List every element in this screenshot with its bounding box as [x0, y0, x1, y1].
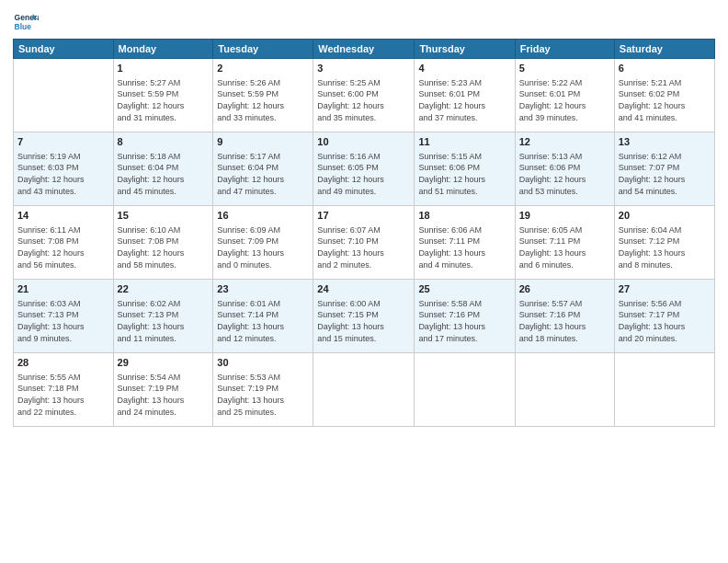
day-number: 4: [418, 62, 510, 75]
day-info: Sunrise: 6:00 AM Sunset: 7:15 PM Dayligh…: [317, 298, 410, 344]
day-info: Sunrise: 5:56 AM Sunset: 7:17 PM Dayligh…: [619, 298, 711, 344]
day-info: Sunrise: 6:04 AM Sunset: 7:12 PM Dayligh…: [619, 224, 711, 270]
day-info: Sunrise: 6:05 AM Sunset: 7:11 PM Dayligh…: [519, 224, 610, 270]
day-info: Sunrise: 5:16 AM Sunset: 6:05 PM Dayligh…: [317, 151, 410, 197]
logo: General Blue: [13, 9, 39, 35]
calendar-cell: 26Sunrise: 5:57 AM Sunset: 7:16 PM Dayli…: [515, 280, 614, 353]
calendar-week-row: 28Sunrise: 5:55 AM Sunset: 7:18 PM Dayli…: [14, 353, 715, 427]
calendar-cell: 19Sunrise: 6:05 AM Sunset: 7:11 PM Dayli…: [515, 206, 614, 280]
day-info: Sunrise: 5:54 AM Sunset: 7:19 PM Dayligh…: [118, 372, 210, 418]
day-number: 15: [118, 209, 210, 223]
svg-text:Blue: Blue: [15, 22, 32, 31]
page: General Blue SundayMondayTuesdayWednesda…: [0, 0, 728, 563]
calendar-cell: 4Sunrise: 5:23 AM Sunset: 6:01 PM Daylig…: [415, 59, 515, 132]
calendar-cell: 8Sunrise: 5:18 AM Sunset: 6:04 PM Daylig…: [113, 132, 213, 206]
calendar-cell: [14, 59, 114, 132]
calendar-cell: 14Sunrise: 6:11 AM Sunset: 7:08 PM Dayli…: [14, 206, 114, 280]
calendar-cell: 30Sunrise: 5:53 AM Sunset: 7:19 PM Dayli…: [213, 353, 313, 427]
calendar-cell: 5Sunrise: 5:22 AM Sunset: 6:01 PM Daylig…: [515, 59, 614, 132]
day-number: 28: [17, 356, 109, 370]
day-info: Sunrise: 5:26 AM Sunset: 5:59 PM Dayligh…: [217, 77, 309, 123]
header-day-monday: Monday: [113, 40, 213, 59]
calendar-cell: 3Sunrise: 5:25 AM Sunset: 6:00 PM Daylig…: [313, 59, 415, 132]
day-info: Sunrise: 5:22 AM Sunset: 6:01 PM Dayligh…: [519, 77, 610, 123]
day-info: Sunrise: 5:58 AM Sunset: 7:16 PM Dayligh…: [418, 298, 510, 344]
header-day-sunday: Sunday: [14, 40, 114, 59]
calendar-cell: 21Sunrise: 6:03 AM Sunset: 7:13 PM Dayli…: [14, 280, 114, 353]
day-info: Sunrise: 5:23 AM Sunset: 6:01 PM Dayligh…: [418, 77, 510, 123]
calendar-week-row: 1Sunrise: 5:27 AM Sunset: 5:59 PM Daylig…: [14, 59, 715, 132]
day-info: Sunrise: 5:19 AM Sunset: 6:03 PM Dayligh…: [17, 151, 109, 197]
day-info: Sunrise: 6:07 AM Sunset: 7:10 PM Dayligh…: [317, 224, 410, 270]
day-info: Sunrise: 6:06 AM Sunset: 7:11 PM Dayligh…: [418, 224, 510, 270]
header-day-tuesday: Tuesday: [213, 40, 313, 59]
day-number: 21: [17, 282, 109, 296]
calendar-cell: [614, 353, 714, 427]
day-number: 23: [217, 282, 309, 296]
calendar-cell: 29Sunrise: 5:54 AM Sunset: 7:19 PM Dayli…: [113, 353, 213, 427]
calendar-cell: 9Sunrise: 5:17 AM Sunset: 6:04 PM Daylig…: [213, 132, 313, 206]
day-info: Sunrise: 5:25 AM Sunset: 6:00 PM Dayligh…: [317, 77, 410, 123]
calendar-cell: [415, 353, 515, 427]
day-info: Sunrise: 6:11 AM Sunset: 7:08 PM Dayligh…: [17, 224, 109, 270]
day-info: Sunrise: 6:01 AM Sunset: 7:14 PM Dayligh…: [217, 298, 309, 344]
calendar-week-row: 7Sunrise: 5:19 AM Sunset: 6:03 PM Daylig…: [14, 132, 715, 206]
calendar-cell: 13Sunrise: 6:12 AM Sunset: 7:07 PM Dayli…: [614, 132, 714, 206]
calendar-cell: 28Sunrise: 5:55 AM Sunset: 7:18 PM Dayli…: [14, 353, 114, 427]
day-number: 8: [118, 135, 210, 149]
day-number: 5: [519, 62, 610, 75]
day-number: 19: [519, 209, 610, 223]
day-info: Sunrise: 6:02 AM Sunset: 7:13 PM Dayligh…: [118, 298, 210, 344]
day-number: 6: [619, 62, 711, 75]
day-info: Sunrise: 5:15 AM Sunset: 6:06 PM Dayligh…: [418, 151, 510, 197]
day-number: 13: [619, 135, 711, 149]
calendar-cell: 22Sunrise: 6:02 AM Sunset: 7:13 PM Dayli…: [113, 280, 213, 353]
day-info: Sunrise: 5:21 AM Sunset: 6:02 PM Dayligh…: [619, 77, 711, 123]
day-number: 29: [118, 356, 210, 370]
day-number: 14: [17, 209, 109, 223]
day-number: 25: [418, 282, 510, 296]
calendar-cell: 24Sunrise: 6:00 AM Sunset: 7:15 PM Dayli…: [313, 280, 415, 353]
calendar-week-row: 21Sunrise: 6:03 AM Sunset: 7:13 PM Dayli…: [14, 280, 715, 353]
day-info: Sunrise: 6:09 AM Sunset: 7:09 PM Dayligh…: [217, 224, 309, 270]
calendar-cell: 2Sunrise: 5:26 AM Sunset: 5:59 PM Daylig…: [213, 59, 313, 132]
calendar-cell: 20Sunrise: 6:04 AM Sunset: 7:12 PM Dayli…: [614, 206, 714, 280]
day-number: 7: [17, 135, 109, 149]
calendar-cell: 15Sunrise: 6:10 AM Sunset: 7:08 PM Dayli…: [113, 206, 213, 280]
day-number: 26: [519, 282, 610, 296]
day-number: 18: [418, 209, 510, 223]
day-number: 11: [418, 135, 510, 149]
day-number: 20: [619, 209, 711, 223]
calendar-cell: 16Sunrise: 6:09 AM Sunset: 7:09 PM Dayli…: [213, 206, 313, 280]
day-info: Sunrise: 5:27 AM Sunset: 5:59 PM Dayligh…: [118, 77, 210, 123]
day-number: 1: [118, 62, 210, 75]
day-number: 10: [317, 135, 410, 149]
calendar-cell: 1Sunrise: 5:27 AM Sunset: 5:59 PM Daylig…: [113, 59, 213, 132]
day-info: Sunrise: 6:10 AM Sunset: 7:08 PM Dayligh…: [118, 224, 210, 270]
calendar-week-row: 14Sunrise: 6:11 AM Sunset: 7:08 PM Dayli…: [14, 206, 715, 280]
day-info: Sunrise: 5:17 AM Sunset: 6:04 PM Dayligh…: [217, 151, 309, 197]
day-info: Sunrise: 6:12 AM Sunset: 7:07 PM Dayligh…: [619, 151, 711, 197]
header: General Blue: [13, 9, 715, 35]
calendar-cell: 17Sunrise: 6:07 AM Sunset: 7:10 PM Dayli…: [313, 206, 415, 280]
calendar-cell: 7Sunrise: 5:19 AM Sunset: 6:03 PM Daylig…: [14, 132, 114, 206]
day-number: 2: [217, 62, 309, 75]
calendar-cell: [515, 353, 614, 427]
calendar-cell: 6Sunrise: 5:21 AM Sunset: 6:02 PM Daylig…: [614, 59, 714, 132]
calendar-cell: [313, 353, 415, 427]
calendar-cell: 11Sunrise: 5:15 AM Sunset: 6:06 PM Dayli…: [415, 132, 515, 206]
logo-icon: General Blue: [13, 9, 39, 35]
header-day-thursday: Thursday: [415, 40, 515, 59]
day-number: 24: [317, 282, 410, 296]
calendar-cell: 27Sunrise: 5:56 AM Sunset: 7:17 PM Dayli…: [614, 280, 714, 353]
calendar-cell: 18Sunrise: 6:06 AM Sunset: 7:11 PM Dayli…: [415, 206, 515, 280]
day-info: Sunrise: 5:53 AM Sunset: 7:19 PM Dayligh…: [217, 372, 309, 418]
day-number: 12: [519, 135, 610, 149]
calendar-cell: 10Sunrise: 5:16 AM Sunset: 6:05 PM Dayli…: [313, 132, 415, 206]
day-number: 22: [118, 282, 210, 296]
day-info: Sunrise: 5:55 AM Sunset: 7:18 PM Dayligh…: [17, 372, 109, 418]
calendar-cell: 12Sunrise: 5:13 AM Sunset: 6:06 PM Dayli…: [515, 132, 614, 206]
calendar-cell: 25Sunrise: 5:58 AM Sunset: 7:16 PM Dayli…: [415, 280, 515, 353]
header-day-friday: Friday: [515, 40, 614, 59]
day-info: Sunrise: 6:03 AM Sunset: 7:13 PM Dayligh…: [17, 298, 109, 344]
